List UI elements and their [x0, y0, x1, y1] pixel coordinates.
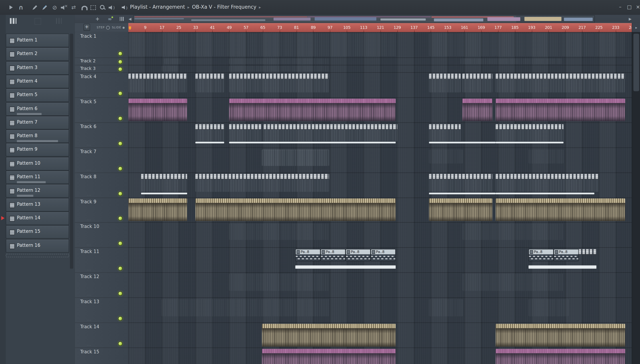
breadcrumb-plugin[interactable]: OB-Xa V - Filter Frequency [192, 4, 257, 10]
clip-line[interactable] [429, 193, 496, 194]
pattern-item[interactable]: Pattern 6 [6, 102, 69, 116]
clip-faint[interactable] [229, 274, 329, 291]
playhead-marker[interactable] [129, 26, 131, 30]
clip-tan[interactable] [195, 198, 395, 221]
headphones-icon[interactable] [17, 4, 25, 11]
clip-faint[interactable] [461, 58, 562, 64]
clip-named[interactable]: Pa..8 [346, 249, 371, 262]
clip-faint[interactable] [496, 33, 625, 56]
pattern-item[interactable]: Pattern 13 [6, 198, 69, 211]
slide-toggle[interactable] [123, 27, 125, 29]
track-header[interactable]: Track 2 [75, 58, 128, 65]
clip-chip[interactable] [141, 174, 187, 192]
pattern-item[interactable]: Pattern 8 [6, 130, 69, 143]
track-led[interactable] [118, 266, 122, 270]
pattern-drop-slot[interactable] [6, 254, 69, 257]
clip-pink[interactable] [128, 98, 187, 121]
draw-icon[interactable] [31, 4, 39, 11]
clip-chip[interactable] [429, 174, 492, 192]
pattern-panel-scrollbar[interactable] [70, 34, 73, 269]
overview-strip[interactable] [133, 15, 595, 23]
step-toggle[interactable] [106, 26, 110, 30]
pattern-item[interactable]: Pattern 5 [6, 88, 69, 102]
clip-named[interactable]: Pa..8 [320, 249, 346, 262]
track-led[interactable] [118, 59, 122, 64]
clip-faint[interactable] [528, 150, 563, 164]
clip-faint[interactable] [229, 224, 329, 240]
grid[interactable]: Pa..8Pa..8Pa..8Pa..8Pa..8Pa..8 [128, 32, 632, 364]
pattern-item[interactable]: Pattern 2 [6, 47, 69, 61]
track-led[interactable] [118, 91, 122, 96]
clip-chip[interactable] [264, 124, 397, 142]
clip-pink[interactable] [229, 98, 396, 121]
clip-faint[interactable] [528, 299, 568, 316]
pattern-picker-icon[interactable] [10, 18, 17, 24]
clip-faint[interactable] [164, 58, 181, 64]
clip-line[interactable] [429, 142, 496, 144]
clip-chip[interactable] [229, 124, 262, 142]
clip-pink[interactable] [262, 349, 396, 364]
clip-chip[interactable] [429, 124, 461, 142]
play-icon[interactable] [7, 4, 15, 11]
track-header[interactable]: Track 11... [75, 247, 128, 273]
pattern-filter-icon[interactable] [56, 18, 62, 24]
pattern-item[interactable]: Pattern 1 [6, 34, 69, 47]
clip-tan[interactable] [496, 198, 625, 221]
delete-icon[interactable] [51, 4, 59, 11]
clip-chip[interactable] [195, 74, 224, 92]
track-header[interactable]: Track 9... [75, 198, 128, 222]
track-led[interactable] [118, 316, 122, 321]
track-header[interactable]: Track 3 [75, 65, 128, 72]
clip-stripes[interactable] [262, 150, 329, 166]
scroll-right-icon[interactable]: ▶ [627, 16, 632, 22]
clip-named[interactable]: Pa..8 [528, 249, 554, 262]
clip-tan[interactable] [429, 198, 492, 221]
track-led[interactable] [118, 51, 122, 56]
clip-faint[interactable] [161, 66, 178, 72]
clip-chip[interactable] [195, 174, 329, 192]
track-header[interactable]: Track 7... [75, 148, 128, 173]
slide-icon[interactable] [70, 4, 77, 11]
clip-chip[interactable] [229, 74, 329, 92]
zoom-icon[interactable] [99, 4, 106, 11]
clip-pink[interactable] [496, 98, 625, 121]
clip-line[interactable] [141, 193, 187, 194]
clip-faint[interactable] [462, 224, 563, 240]
clip-faint[interactable] [429, 299, 463, 316]
magnet-icon[interactable] [80, 4, 87, 11]
clip-tan[interactable] [496, 324, 625, 347]
grid-icon[interactable] [118, 16, 126, 22]
clip-faint[interactable] [161, 299, 329, 316]
pattern-item[interactable]: Pattern 9 [6, 143, 69, 157]
paint-icon[interactable] [41, 4, 49, 11]
pattern-item[interactable]: Pattern 4 [6, 75, 69, 88]
pattern-item[interactable]: Pattern 14 [6, 212, 69, 225]
clip-faint[interactable] [128, 33, 395, 56]
pattern-item[interactable]: Pattern 10 [6, 157, 69, 170]
clip-named[interactable]: Pa..8 [371, 249, 396, 262]
clip-chip[interactable] [579, 249, 596, 254]
track-header[interactable]: Track 1... [75, 32, 128, 58]
track-led[interactable] [118, 241, 122, 246]
vertical-scrollbar[interactable] [632, 32, 640, 364]
pattern-item[interactable]: Pattern 15 [6, 225, 69, 239]
clip-named[interactable]: Pa..8 [554, 249, 579, 262]
track-led[interactable] [118, 116, 122, 121]
scroll-left-icon[interactable]: ◀ [128, 16, 132, 22]
clip-tan[interactable] [262, 324, 396, 347]
clip-strip[interactable] [295, 266, 396, 269]
track-led[interactable] [118, 142, 122, 146]
clip-line[interactable] [195, 142, 224, 144]
vertical-scrollbar-thumb[interactable] [633, 34, 639, 91]
track-header[interactable]: Track 10... [75, 222, 128, 248]
clip-line[interactable] [496, 142, 563, 144]
track-header[interactable]: Track 5... [75, 98, 128, 123]
clip-chip[interactable] [496, 124, 563, 142]
snap-icon[interactable] [94, 16, 101, 22]
clip-faint[interactable] [229, 58, 329, 64]
clip-faint[interactable] [429, 150, 463, 164]
playback-icon[interactable] [108, 4, 115, 11]
maximize-button[interactable]: □ [626, 3, 633, 11]
track-header[interactable]: Track 13... [75, 298, 128, 323]
track-header[interactable]: Track 4... [75, 72, 128, 98]
